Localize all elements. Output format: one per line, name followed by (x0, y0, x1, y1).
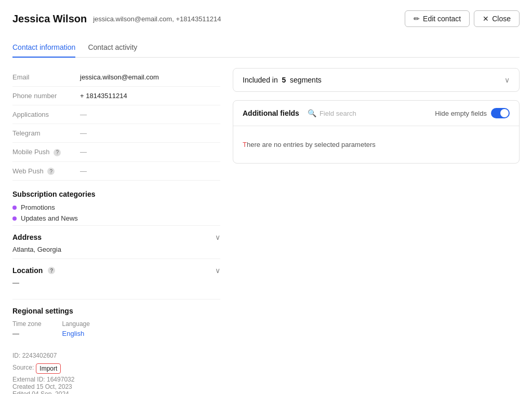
location-title: Location ? (12, 266, 55, 275)
web-push-label: Web Push ? (12, 167, 80, 175)
external-id: External ID: 16497032 Created 15 Oct, 20… (12, 376, 220, 394)
source-value: Import (39, 365, 57, 372)
contact-meta: jessica.wilson@email.com, +18143511214 (93, 15, 221, 23)
applications-label: Applications (12, 111, 80, 118)
list-item: Promotions (12, 203, 220, 211)
list-item: Updates and News (12, 214, 220, 222)
phone-label: Phone number (12, 92, 80, 100)
edit-contact-label: Edit contact (423, 15, 461, 23)
web-push-help-icon[interactable]: ? (47, 168, 55, 175)
segments-card: Included in 5 segments ∨ (233, 68, 520, 92)
hide-empty-label: Hide empty fields (435, 110, 487, 117)
subscription-item-2: Updates and News (21, 214, 78, 222)
email-row: Email jessica.wilson@email.com (12, 68, 220, 87)
mobile-push-value: — (80, 148, 87, 156)
address-chevron-icon: ∨ (215, 233, 220, 241)
location-value: — (12, 279, 220, 292)
tab-contact-information[interactable]: Contact information (12, 38, 75, 58)
hide-empty-toggle-area: Hide empty fields (435, 108, 510, 118)
search-icon: 🔍 (308, 109, 316, 117)
subscription-title: Subscription categories (12, 190, 220, 198)
address-title: Address (12, 233, 42, 241)
no-entries-message: There are no entries by selected paramet… (233, 126, 519, 163)
language-col: Language English (62, 320, 90, 337)
additional-fields-card: Additional fields 🔍 Field search Hide em… (233, 100, 520, 164)
location-chevron-icon: ∨ (215, 266, 220, 275)
timezone-col: Time zone — (12, 320, 42, 337)
contact-phone: +18143511214 (176, 15, 221, 23)
mobile-push-help-icon[interactable]: ? (54, 149, 61, 156)
contact-id: ID: 2243402607 (12, 352, 220, 359)
source-badge: Import (36, 363, 61, 374)
regional-row: Time zone — Language English (12, 320, 220, 337)
toggle-knob (500, 109, 509, 117)
contact-name: Jessica Wilson (12, 13, 87, 25)
contact-email: jessica.wilson@email.com, (93, 15, 174, 23)
close-label: Close (492, 15, 511, 23)
language-label: Language (62, 320, 90, 328)
header-left: Jessica Wilson jessica.wilson@email.com,… (12, 13, 221, 25)
right-panel: Included in 5 segments ∨ Additional fiel… (233, 68, 520, 394)
timezone-value: — (12, 330, 42, 337)
edit-icon: ✏ (414, 15, 420, 23)
additional-fields-header: Additional fields 🔍 Field search Hide em… (233, 101, 519, 126)
subscription-list: Promotions Updates and News (12, 203, 220, 222)
bullet-dot-icon (12, 216, 17, 221)
address-section[interactable]: Address ∨ (12, 225, 220, 246)
footer-meta: ID: 2243402607 Source: Import External I… (12, 352, 220, 394)
page: Jessica Wilson jessica.wilson@email.com,… (0, 0, 532, 394)
subscription-item-1: Promotions (21, 203, 55, 211)
segments-count: 5 (282, 76, 286, 84)
web-push-value: — (80, 167, 87, 175)
additional-fields-title: Additional fields (243, 109, 299, 117)
no-entries-first-char: T (243, 141, 247, 148)
phone-value: + 18143511214 (80, 92, 127, 100)
field-search-placeholder: Field search (320, 110, 356, 117)
segments-title: Included in 5 segments (243, 76, 322, 84)
regional-section: Regional settings Time zone — Language E… (12, 299, 220, 337)
telegram-value: — (80, 129, 87, 137)
timezone-label: Time zone (12, 320, 42, 328)
regional-title: Regional settings (12, 307, 220, 315)
left-panel: Email jessica.wilson@email.com Phone num… (12, 68, 220, 394)
segments-chevron-icon: ∨ (504, 76, 510, 84)
source-label: Source: (12, 364, 34, 371)
header: Jessica Wilson jessica.wilson@email.com,… (12, 10, 520, 27)
mobile-push-label: Mobile Push ? (12, 148, 80, 156)
header-actions: ✏ Edit contact ✕ Close (405, 10, 520, 27)
telegram-row: Telegram — (12, 124, 220, 143)
tab-contact-activity[interactable]: Contact activity (88, 38, 137, 58)
edit-contact-button[interactable]: ✏ Edit contact (405, 10, 470, 27)
bullet-dot-icon (12, 206, 17, 210)
address-value: Atlanta, Georgia (12, 246, 220, 259)
web-push-row: Web Push ? — (12, 162, 220, 181)
hide-empty-toggle[interactable] (491, 108, 510, 118)
email-value: jessica.wilson@email.com (80, 73, 159, 81)
tabs: Contact information Contact activity (12, 37, 520, 58)
mobile-push-row: Mobile Push ? — (12, 143, 220, 162)
no-entries-rest: here are no entries by selected paramete… (247, 141, 376, 148)
phone-row: Phone number + 18143511214 (12, 87, 220, 105)
segments-card-header[interactable]: Included in 5 segments ∨ (233, 69, 519, 91)
close-button[interactable]: ✕ Close (474, 10, 520, 27)
telegram-label: Telegram (12, 129, 80, 137)
main-content: Email jessica.wilson@email.com Phone num… (12, 68, 520, 394)
language-value: English (62, 330, 90, 337)
location-help-icon[interactable]: ? (48, 267, 55, 274)
close-icon: ✕ (483, 15, 489, 23)
applications-row: Applications — (12, 105, 220, 124)
source-row: Source: Import (12, 361, 220, 374)
location-section[interactable]: Location ? ∨ (12, 259, 220, 279)
applications-value: — (80, 111, 87, 118)
email-label: Email (12, 73, 80, 81)
field-search-area[interactable]: 🔍 Field search (308, 109, 356, 117)
